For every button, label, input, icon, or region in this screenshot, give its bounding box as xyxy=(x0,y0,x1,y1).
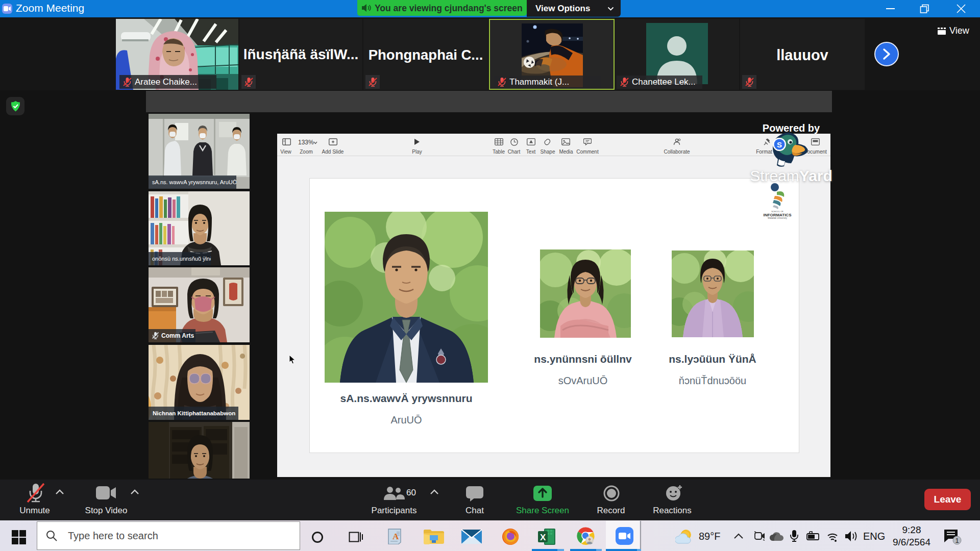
svg-text:Walailak University: Walailak University xyxy=(768,217,788,219)
svg-text:X: X xyxy=(540,533,546,542)
svg-text:A: A xyxy=(393,532,399,541)
svg-text:1: 1 xyxy=(955,537,959,544)
svg-text:S: S xyxy=(777,140,782,149)
